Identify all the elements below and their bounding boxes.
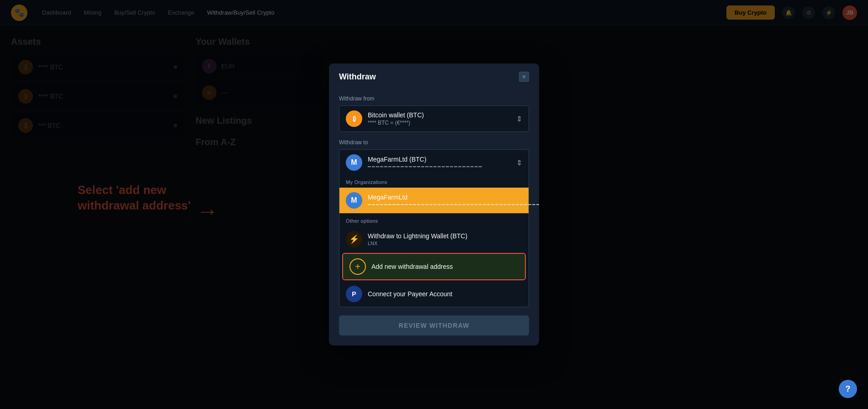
review-withdraw-button[interactable]: REVIEW WITHDRAW: [339, 315, 529, 336]
my-orgs-label: My Organizations: [339, 175, 529, 188]
from-dropdown-arrow: ⇕: [516, 115, 522, 123]
to-wallet-info: MegaFarmLtd (BTC) ━━━━━━━━━━━━━━━━━━━━━━…: [368, 156, 511, 170]
other-options-label: Other options: [339, 214, 529, 226]
from-wallet-name: Bitcoin wallet (BTC): [368, 111, 511, 119]
megafarm-content: MegaFarmLtd ━━━━━━━━━━━━━━━━━━━━━━━━━━━━…: [368, 194, 539, 208]
add-new-wrapper: + Add new withdrawal address: [342, 253, 526, 280]
to-wallet-address: ━━━━━━━━━━━━━━━━━━━━━━━━━━━━: [368, 164, 511, 170]
close-button[interactable]: ×: [519, 72, 529, 82]
add-new-name: Add new withdrawal address: [371, 263, 519, 270]
withdraw-to-dropdown: My Organizations M MegaFarmLtd ━━━━━━━━━…: [339, 175, 529, 307]
lightning-name: Withdraw to Lightning Wallet (BTC): [368, 232, 522, 240]
megafarm-icon: M: [346, 192, 362, 209]
from-wallet-info: Bitcoin wallet (BTC) **** BTC = (€****): [368, 111, 511, 126]
withdraw-from-select[interactable]: ₿ Bitcoin wallet (BTC) **** BTC = (€****…: [339, 105, 529, 132]
withdraw-to-label: Withdraw to: [339, 139, 529, 146]
dropdown-item-lightning[interactable]: ⚡ Withdraw to Lightning Wallet (BTC) LNX: [339, 226, 529, 252]
to-dropdown-arrow: ⇕: [516, 158, 522, 167]
lightning-content: Withdraw to Lightning Wallet (BTC) LNX: [368, 232, 522, 246]
megafarm-address: ━━━━━━━━━━━━━━━━━━━━━━━━━━━━━━━━━━━━━━━━…: [368, 202, 539, 208]
to-wallet-icon: M: [346, 154, 362, 171]
lightning-icon: ⚡: [346, 231, 362, 247]
add-new-icon: +: [349, 258, 366, 275]
payeer-icon: P: [346, 286, 362, 302]
btc-from-icon: ₿: [346, 110, 362, 127]
modal-body: Withdraw from ₿ Bitcoin wallet (BTC) ***…: [329, 95, 539, 346]
add-new-content: Add new withdrawal address: [371, 263, 519, 270]
help-button[interactable]: ?: [839, 380, 857, 398]
to-wallet-name: MegaFarmLtd (BTC): [368, 156, 511, 163]
dropdown-item-megafarm[interactable]: M MegaFarmLtd ━━━━━━━━━━━━━━━━━━━━━━━━━━…: [339, 188, 529, 213]
withdraw-from-label: Withdraw from: [339, 95, 529, 102]
withdraw-modal: Withdraw × Withdraw from ₿ Bitcoin walle…: [329, 63, 539, 346]
modal-header: Withdraw ×: [329, 63, 539, 88]
dropdown-item-payeer[interactable]: P Connect your Payeer Account: [339, 281, 529, 307]
from-wallet-sub: **** BTC = (€****): [368, 120, 511, 126]
withdraw-to-select[interactable]: M MegaFarmLtd (BTC) ━━━━━━━━━━━━━━━━━━━━…: [339, 149, 529, 175]
dropdown-item-add-new[interactable]: + Add new withdrawal address: [343, 254, 525, 279]
lightning-sub: LNX: [368, 241, 522, 246]
payeer-content: Connect your Payeer Account: [368, 290, 522, 298]
megafarm-name: MegaFarmLtd: [368, 194, 539, 201]
payeer-name: Connect your Payeer Account: [368, 290, 522, 298]
modal-title: Withdraw: [339, 72, 376, 82]
